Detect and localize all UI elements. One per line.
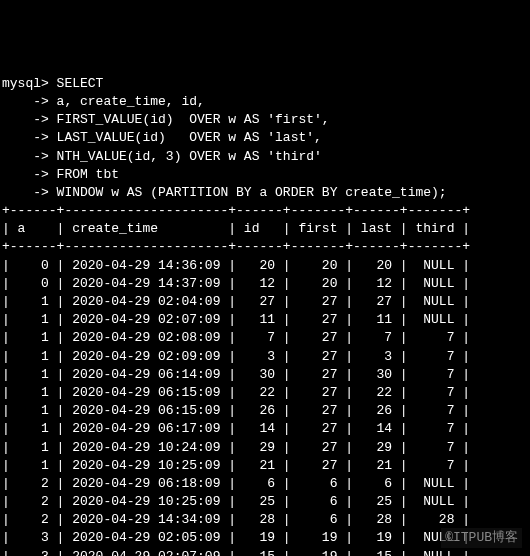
query-line-1: -> a, create_time, id,: [2, 94, 205, 109]
table-sep-mid: +------+---------------------+------+---…: [2, 239, 470, 254]
query-line-3: -> LAST_VALUE(id) OVER w AS 'last',: [2, 130, 322, 145]
query-line-2: -> FIRST_VALUE(id) OVER w AS 'first',: [2, 112, 330, 127]
query-line-6: -> WINDOW w AS (PARTITION BY a ORDER BY …: [2, 185, 447, 200]
watermark: ©ITPUB博客: [441, 528, 522, 548]
table-rows: | 0 | 2020-04-29 14:36:09 | 20 | 20 | 20…: [2, 258, 470, 556]
query-line-5: -> FROM tbt: [2, 167, 119, 182]
table-header: | a | create_time | id | first | last | …: [2, 221, 470, 236]
table-sep-top: +------+---------------------+------+---…: [2, 203, 470, 218]
mysql-prompt: mysql>: [2, 76, 57, 91]
query-line-0: SELECT: [57, 76, 104, 91]
mysql-terminal[interactable]: mysql> SELECT -> a, create_time, id, -> …: [2, 75, 528, 556]
query-line-4: -> NTH_VALUE(id, 3) OVER w AS 'third': [2, 149, 322, 164]
